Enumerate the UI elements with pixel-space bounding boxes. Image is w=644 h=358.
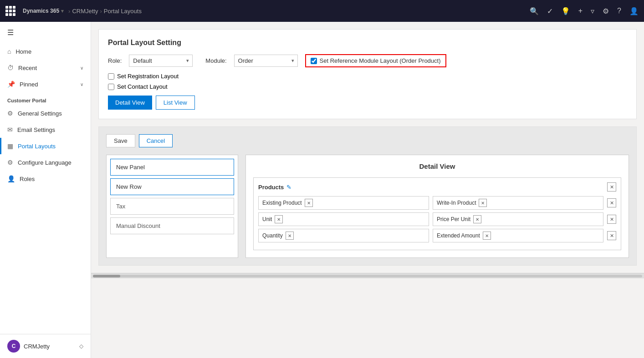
brand-name: Dynamics 365 [23, 8, 59, 14]
sidebar-user-name: CRMJetty [24, 343, 50, 350]
products-section-close[interactable]: ✕ [607, 182, 616, 192]
drag-item-manual-discount[interactable]: Manual Discount [110, 217, 234, 234]
general-settings-icon: ⚙ [7, 110, 13, 117]
ref-module-label: Set Reference Module Layout (Order Produ… [320, 57, 441, 64]
sidebar-section-label: Customer Portal [0, 92, 91, 105]
language-icon: ⚙ [7, 159, 13, 166]
roles-icon: 👤 [7, 175, 15, 182]
sidebar-item-home[interactable]: ⌂ Home [0, 43, 91, 60]
save-button[interactable]: Save [106, 134, 135, 147]
drag-item-new-panel[interactable]: New Panel [110, 159, 234, 176]
user-icon[interactable]: 👤 [629, 7, 639, 15]
horizontal-scrollbar[interactable] [91, 273, 644, 278]
detail-view-title: Detail View [253, 162, 621, 170]
top-navigation: Dynamics 365 ▾ › CRMJetty › Portal Layou… [0, 0, 644, 22]
unit-remove[interactable]: ✕ [275, 215, 283, 223]
breadcrumb-portal-layouts[interactable]: Portal Layouts [104, 8, 142, 15]
help-icon[interactable]: ? [617, 7, 621, 15]
products-section: Products ✎ ✕ Existing Product ✕ Write-I [253, 177, 621, 250]
sidebar-item-pinned[interactable]: 📌 Pinned ∨ [0, 76, 91, 92]
editor-body: New Panel New Row Tax Manual Discount De… [106, 155, 629, 258]
sidebar-email-settings-label: Email Settings [17, 126, 55, 133]
products-label: Products [258, 184, 284, 191]
sidebar-home-label: Home [15, 48, 31, 55]
ref-module-box: Set Reference Module Layout (Order Produ… [305, 54, 446, 67]
hamburger-menu[interactable]: ☰ [0, 22, 91, 43]
field-row-1: Existing Product ✕ Write-In Product ✕ ✕ [258, 196, 616, 210]
role-label: Role: [108, 57, 122, 64]
scroll-thumb[interactable] [93, 275, 120, 277]
role-select-wrapper[interactable]: Default [129, 55, 193, 67]
row1-close[interactable]: ✕ [607, 198, 616, 207]
app-grid-icon[interactable] [5, 6, 15, 16]
view-buttons: Detail View List View [108, 96, 627, 110]
sidebar-item-portal-layouts[interactable]: ▦ Portal Layouts [0, 138, 91, 154]
products-edit-icon[interactable]: ✎ [286, 184, 291, 191]
row3-close[interactable]: ✕ [607, 231, 616, 240]
user-avatar: C [7, 340, 20, 353]
field-extended-amount: Extended Amount ✕ [433, 229, 603, 242]
sidebar-item-general-settings[interactable]: ⚙ General Settings [0, 105, 91, 121]
set-registration-checkbox[interactable] [108, 73, 114, 80]
sidebar-item-roles[interactable]: 👤 Roles [0, 171, 91, 187]
sidebar-item-email-settings[interactable]: ✉ Email Settings [0, 121, 91, 138]
cancel-button[interactable]: Cancel [139, 134, 173, 147]
filter-icon[interactable]: ▿ [591, 7, 594, 15]
field-price-per-unit: Price Per Unit ✕ [433, 212, 603, 226]
lightbulb-icon[interactable]: 💡 [561, 7, 570, 15]
recent-icon: ⏱ [7, 64, 14, 71]
drag-item-tax[interactable]: Tax [110, 198, 234, 215]
search-icon[interactable]: 🔍 [530, 7, 539, 15]
set-contact-label: Set Contact Layout [117, 83, 168, 90]
settings-icon[interactable]: ⚙ [603, 7, 609, 15]
write-in-product-remove[interactable]: ✕ [479, 199, 487, 207]
sidebar-configure-language-label: Configure Language [18, 159, 72, 166]
field-write-in-product: Write-In Product ✕ [433, 196, 603, 210]
drag-panel: New Panel New Row Tax Manual Discount [106, 155, 238, 258]
module-select[interactable]: Order [234, 55, 298, 67]
sidebar-item-recent[interactable]: ⏱ Recent ∨ [0, 60, 91, 76]
module-label: Module: [205, 57, 226, 64]
field-existing-product: Existing Product ✕ [258, 196, 429, 210]
sidebar-pinned-label: Pinned [20, 81, 38, 88]
list-view-button[interactable]: List View [156, 96, 195, 110]
set-registration-label: Set Registration Layout [117, 73, 179, 80]
brand-title[interactable]: Dynamics 365 ▾ [23, 8, 64, 14]
extended-amount-remove[interactable]: ✕ [483, 232, 491, 240]
quantity-remove[interactable]: ✕ [286, 232, 294, 240]
sidebar-roles-label: Roles [20, 176, 35, 182]
main-layout: ☰ ⌂ Home ⏱ Recent ∨ 📌 Pinned ∨ Customer … [0, 22, 644, 358]
price-per-unit-remove[interactable]: ✕ [473, 215, 481, 223]
drag-item-new-row[interactable]: New Row [110, 178, 234, 195]
pin-icon: 📌 [7, 81, 15, 88]
topnav-icons: 🔍 ✓ 💡 + ▿ ⚙ ? 👤 [530, 7, 639, 15]
editor-toolbar: Save Cancel [106, 134, 629, 147]
check-circle-icon[interactable]: ✓ [547, 7, 553, 15]
sidebar-user[interactable]: C CRMJetty ◇ [0, 334, 91, 358]
portal-layout-setting-card: Portal Layout Setting Role: Default Modu… [98, 29, 637, 119]
breadcrumb-crmjetty[interactable]: CRMJetty [72, 8, 98, 15]
scroll-track [93, 275, 642, 277]
recent-chevron: ∨ [80, 66, 83, 71]
role-select[interactable]: Default [129, 55, 193, 67]
breadcrumb: › CRMJetty › Portal Layouts [68, 8, 142, 15]
ref-module-checkbox[interactable] [311, 58, 317, 64]
set-contact-checkbox[interactable] [108, 84, 114, 90]
portal-layouts-icon: ▦ [7, 142, 13, 150]
set-registration-row: Set Registration Layout [108, 73, 627, 80]
section-title: Portal Layout Setting [108, 39, 627, 47]
collapse-icon[interactable]: ◇ [79, 343, 83, 349]
content-area: Portal Layout Setting Role: Default Modu… [91, 22, 644, 358]
detail-view-button[interactable]: Detail View [108, 96, 152, 110]
role-module-row: Role: Default Module: Order Set Referenc… [108, 54, 627, 67]
existing-product-remove[interactable]: ✕ [305, 199, 313, 207]
sidebar: ☰ ⌂ Home ⏱ Recent ∨ 📌 Pinned ∨ Customer … [0, 22, 91, 358]
field-row-3: Quantity ✕ Extended Amount ✕ ✕ [258, 229, 616, 242]
row2-close[interactable]: ✕ [607, 215, 616, 224]
sidebar-portal-layouts-label: Portal Layouts [18, 143, 56, 150]
sidebar-general-settings-label: General Settings [18, 110, 62, 117]
module-select-wrapper[interactable]: Order [234, 55, 298, 67]
add-icon[interactable]: + [578, 7, 583, 15]
email-icon: ✉ [7, 126, 13, 133]
sidebar-item-configure-language[interactable]: ⚙ Configure Language [0, 154, 91, 171]
